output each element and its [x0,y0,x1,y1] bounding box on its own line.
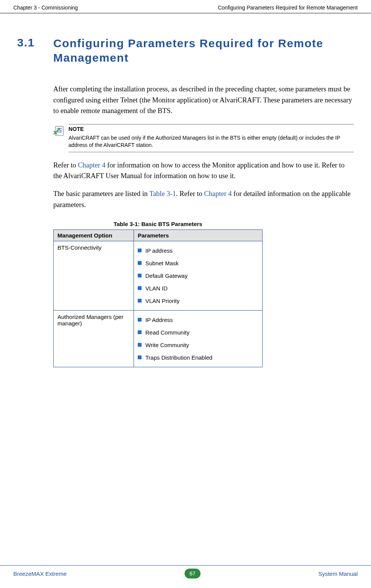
table-header-col2: Parameters [134,230,263,241]
link-chapter-4[interactable]: Chapter 4 [78,161,105,169]
note-title: NOTE [68,126,354,132]
param-label: VLAN ID [145,285,167,292]
body-text-block-2: Refer to Chapter 4 for information on ho… [53,160,354,210]
note-content: NOTE AlvariCRAFT can be used only if the… [68,124,354,152]
table-cell-option: Authorized Managers (per manager) [54,311,134,367]
param-label: Default Gateway [145,272,188,279]
footer-right: System Manual [318,570,358,577]
table-cell-params: IP address Subnet Mask Default Gateway V… [134,241,263,311]
table-cell-option: BTS-Connectivity [54,241,134,311]
paragraph-3: The basic parameters are listed in Table… [53,188,354,210]
header-left: Chapter 3 - Commissioning [13,5,78,11]
list-item: Read Community [138,326,258,339]
param-label: IP address [145,247,172,254]
table-header-col1: Management Option [54,230,134,241]
text-run: The basic parameters are listed in [53,190,149,198]
param-label: Write Community [145,342,189,348]
param-label: Read Community [145,329,189,336]
bullet-icon [138,343,142,347]
section-heading: 3.1 Configuring Parameters Required for … [17,36,354,65]
section-title: Configuring Parameters Required for Remo… [53,36,354,65]
bullet-icon [138,261,142,265]
section-number: 3.1 [17,36,53,65]
header-right: Configuring Parameters Required for Remo… [218,5,358,11]
param-label: Subnet Mask [145,260,179,266]
list-item: Default Gateway [138,269,258,282]
params-table: Management Option Parameters BTS-Connect… [53,229,263,367]
bullet-icon [138,330,142,334]
link-chapter-4-b[interactable]: Chapter 4 [204,190,231,198]
page-footer: BreezeMAX Extreme 67 System Manual [0,565,371,578]
page-content: 3.1 Configuring Parameters Required for … [0,13,371,367]
bullet-icon [138,299,142,303]
table-row: BTS-Connectivity IP address Subnet Mask … [54,241,263,311]
page-header: Chapter 3 - Commissioning Configuring Pa… [0,0,371,13]
param-label: IP Address [145,317,173,323]
text-run: Refer to [53,161,78,169]
table-cell-params: IP Address Read Community Write Communit… [134,311,263,367]
body-text-block: After completing the installation proces… [53,84,354,116]
paragraph-2: Refer to Chapter 4 for information on ho… [53,160,354,182]
note-icon [53,124,68,152]
list-item: IP address [138,244,258,257]
bullet-icon [138,249,142,252]
list-item: VLAN Priority [138,295,258,307]
table-row: Authorized Managers (per manager) IP Add… [54,311,263,367]
text-run: . Refer to [176,190,204,198]
paragraph-1: After completing the installation proces… [53,84,354,116]
page-number-badge: 67 [185,569,201,578]
bullet-icon [138,355,142,359]
list-item: VLAN ID [138,282,258,295]
bullet-icon [138,286,142,290]
link-table-3-1[interactable]: Table 3-1 [149,190,176,198]
table-caption: Table 3-1: Basic BTS Parameters [53,221,263,227]
bullet-icon [138,318,142,322]
list-item: Write Community [138,339,258,351]
list-item: IP Address [138,314,258,326]
note-block: NOTE AlvariCRAFT can be used only if the… [53,124,354,152]
note-text: AlvariCRAFT can be used only if the Auth… [68,134,354,149]
bullet-icon [138,274,142,277]
list-item: Subnet Mask [138,257,258,269]
footer-left: BreezeMAX Extreme [13,570,67,577]
param-label: Traps Distribution Enabled [145,354,212,361]
list-item: Traps Distribution Enabled [138,351,258,364]
param-label: VLAN Priority [145,298,180,304]
